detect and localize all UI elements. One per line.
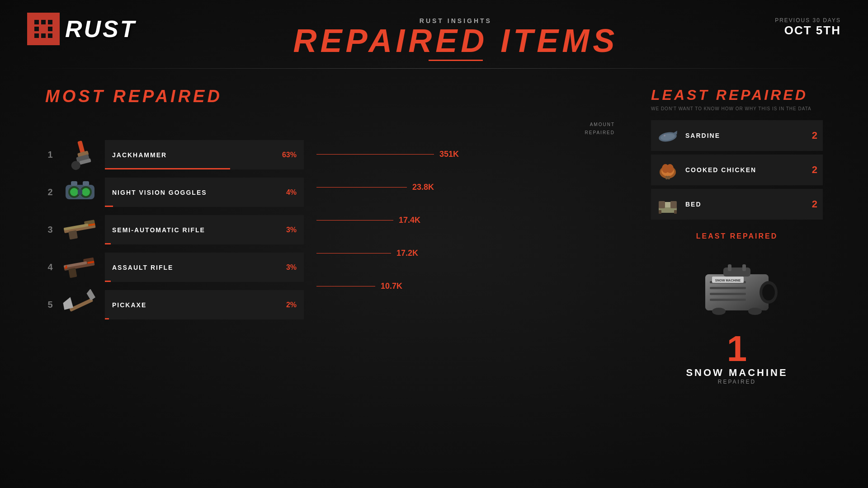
header-right: PREVIOUS 30 DAYS OCT 5TH [775,17,841,38]
main-content: MOST REPAIRED 1 JACKHAMMER63%2 [27,87,841,385]
amount-value: 351K [439,150,459,159]
least-item-name: BED [685,201,806,208]
item-bar: SEMI-AUTOMATIC RIFLE3% [105,215,304,244]
svg-rect-22 [83,181,89,186]
featured-item-name: SNOW MACHINE [651,367,823,379]
most-repaired-item-5: 5 PICKAXE2% [45,288,316,322]
svg-rect-21 [71,181,77,186]
svg-rect-52 [674,210,677,214]
item-image [60,175,100,209]
least-item-image [656,159,679,181]
rank-number: 4 [45,262,55,272]
least-items-list: SARDINE2 COOKED CHICKEN2 BED2 [651,120,823,220]
amount-value: 17.2K [396,249,418,258]
svg-rect-61 [710,287,746,289]
least-repaired-section: LEAST REPAIRED WE DON'T WANT TO KNOW HOW… [651,87,823,385]
most-repaired-item-1: 1 JACKHAMMER63% [45,138,316,172]
svg-rect-46 [668,176,670,179]
svg-rect-63 [710,299,746,301]
most-repaired-title: MOST REPAIRED [45,87,633,106]
logo-icon [27,13,60,45]
least-item-2: COOKED CHICKEN2 [651,155,823,185]
item-name: SEMI-AUTOMATIC RIFLE [112,226,286,234]
featured-count: 1 [651,331,823,367]
item-percent: 2% [286,301,297,309]
svg-rect-4 [34,27,39,31]
item-name: ASSAULT RIFLE [112,264,286,271]
period-label: PREVIOUS 30 DAYS [775,17,841,23]
svg-rect-30 [68,267,77,277]
item-bar: ASSAULT RIFLE3% [105,253,304,282]
amount-value: 10.7K [381,282,402,291]
item-percent: 3% [286,263,297,272]
svg-rect-50 [670,201,677,208]
amount-row-4: 17.2K [316,239,633,268]
svg-rect-55 [723,267,750,277]
least-item-image [656,193,679,216]
svg-rect-57 [742,264,746,271]
least-repaired-title: LEAST REPAIRED [651,87,823,103]
svg-point-19 [82,188,90,196]
svg-rect-56 [728,264,731,271]
svg-rect-49 [659,201,665,208]
connector-line [316,286,375,286]
amount-row-1: 351K [316,140,633,169]
least-item-count: 2 [812,130,817,141]
item-name: JACKHAMMER [112,151,282,159]
most-repaired-item-4: 4 ASSAULT RIFLE3% [45,250,316,284]
least-item-count: 2 [812,164,817,176]
title-underline [429,60,483,61]
least-repaired-subtitle: WE DON'T WANT TO KNOW HOW OR WHY THIS IS… [651,106,823,111]
featured-item-label: REPAIRED [651,379,823,385]
item-bar: PICKAXE2% [105,290,304,319]
least-item-3: BED2 [651,189,823,220]
svg-rect-5 [48,27,52,31]
snow-machine-image: SNOW MACHINE [692,249,782,322]
svg-rect-34 [69,298,93,311]
logo-text: RUST [65,15,137,42]
item-name: PICKAXE [112,301,286,309]
amount-row-5: 10.7K [316,272,633,301]
rust-logo-svg [30,15,57,42]
item-name: NIGHT VISION GOGGLES [112,189,286,196]
item-bar: JACKHAMMER63% [105,140,304,169]
most-repaired-section: MOST REPAIRED 1 JACKHAMMER63%2 [45,87,633,385]
svg-rect-1 [34,20,39,24]
svg-point-18 [70,188,78,196]
item-image [60,250,100,284]
amount-row-3: 17.4K [316,206,633,235]
amount-row-2: 23.8K [316,173,633,202]
least-item-count: 2 [812,198,817,210]
snow-machine-svg: SNOW MACHINE [692,252,782,319]
item-percent: 4% [286,188,297,197]
header: RUST RUST INSIGHTS REPAIRED ITEMS PREVIO… [27,0,841,61]
svg-rect-3 [48,20,52,24]
header-center: RUST INSIGHTS REPAIRED ITEMS [137,17,775,61]
least-item-name: SARDINE [685,132,806,139]
item-image [60,213,100,247]
least-item-name: COOKED CHICKEN [685,166,806,174]
svg-point-66 [712,308,726,315]
svg-rect-6 [34,33,39,38]
rank-number: 2 [45,187,55,197]
rank-number: 3 [45,225,55,235]
most-repaired-item-2: 2 NIGHT VISION GOGGLES4% [45,175,316,209]
svg-point-44 [666,164,674,173]
date-label: OCT 5TH [775,23,841,38]
item-image [60,138,100,172]
svg-rect-9 [41,27,46,31]
svg-text:SNOW MACHINE: SNOW MACHINE [715,279,741,282]
svg-rect-45 [665,176,668,179]
svg-rect-51 [659,210,661,214]
svg-rect-62 [710,293,746,295]
item-image [60,288,100,322]
rank-number: 5 [45,300,55,310]
page-title: REPAIRED ITEMS [137,24,775,57]
featured-least-repaired: LEAST REPAIRED [651,232,823,385]
least-item-image [656,124,679,147]
bar-fill [105,206,113,207]
least-item-1: SARDINE2 [651,120,823,151]
connector-line [316,187,407,188]
bar-fill [105,243,111,244]
svg-rect-20 [78,189,82,195]
